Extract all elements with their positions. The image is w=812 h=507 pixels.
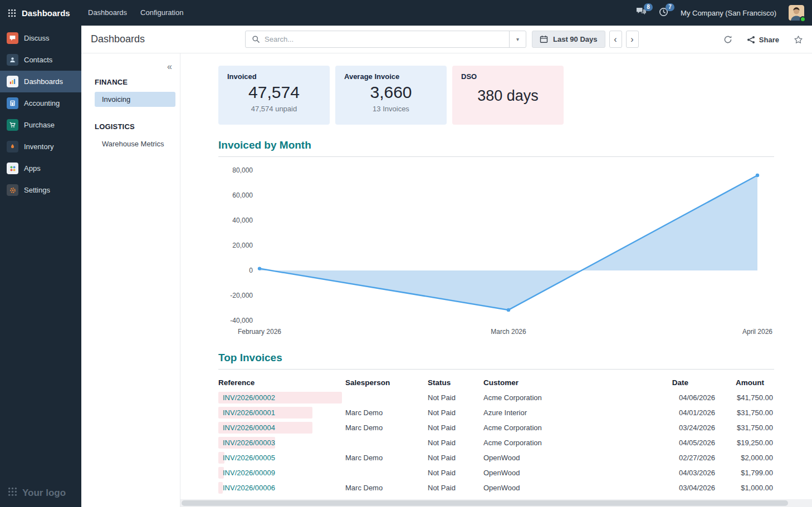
sidebar-item-purchase[interactable]: Purchase bbox=[0, 114, 81, 136]
salesperson-cell: Marc Demo bbox=[345, 405, 428, 420]
column-header-amount[interactable]: Amount bbox=[715, 374, 774, 390]
collapse-panel-icon[interactable]: « bbox=[167, 62, 172, 71]
invoice-row[interactable]: INV/2026/00003Not PaidAcme Corporation04… bbox=[218, 435, 774, 450]
sidebar-item-label: Accounting bbox=[24, 99, 60, 107]
date-cell: 02/27/2026 bbox=[628, 450, 715, 465]
invoice-reference-link[interactable]: INV/2026/00009 bbox=[223, 469, 275, 477]
settings-app-icon bbox=[7, 184, 18, 196]
date-filter-button[interactable]: Last 90 Days bbox=[532, 31, 605, 48]
app-title: Dashboards bbox=[22, 8, 70, 18]
customer-cell: Acme Corporation bbox=[483, 390, 628, 405]
sidebar-item-label: Apps bbox=[24, 164, 41, 173]
share-button[interactable]: Share bbox=[747, 36, 779, 44]
svg-text:0: 0 bbox=[249, 267, 253, 274]
scrollbar-thumb[interactable] bbox=[182, 500, 788, 506]
invoice-row[interactable]: INV/2026/00001Marc DemoNot PaidAzure Int… bbox=[218, 405, 774, 420]
favorite-star-icon[interactable] bbox=[794, 35, 803, 45]
horizontal-scrollbar[interactable] bbox=[180, 499, 812, 507]
sidebar-item-label: Dashboards bbox=[24, 77, 63, 86]
kpi-value: 380 days bbox=[452, 87, 564, 105]
salesperson-cell: Marc Demo bbox=[345, 420, 428, 435]
date-filter-label: Last 90 Days bbox=[553, 35, 598, 43]
invoice-row[interactable]: INV/2026/00009Not PaidOpenWood04/03/2026… bbox=[218, 465, 774, 480]
dashboard-nav-panel: « FINANCE Invoicing LOGISTICS Warehouse … bbox=[81, 53, 180, 507]
amount-heat-bar: INV/2026/00005 bbox=[218, 452, 224, 464]
invoice-reference-link[interactable]: INV/2026/00004 bbox=[223, 424, 275, 432]
invoice-reference-link[interactable]: INV/2026/00005 bbox=[223, 454, 275, 462]
svg-text:March 2026: March 2026 bbox=[491, 328, 526, 336]
reference-cell: INV/2026/00006 bbox=[218, 480, 345, 495]
apps-grid-icon bbox=[8, 9, 16, 17]
amount-cell: $31,750.00 bbox=[715, 420, 774, 435]
nav-section-title: FINANCE bbox=[95, 78, 180, 86]
column-header-reference[interactable]: Reference bbox=[218, 374, 345, 390]
discuss-app-icon bbox=[7, 32, 18, 44]
invoice-reference-link[interactable]: INV/2026/00006 bbox=[223, 484, 275, 492]
nav-item-invoicing[interactable]: Invoicing bbox=[95, 92, 175, 107]
invoice-row[interactable]: INV/2026/00004Marc DemoNot PaidAcme Corp… bbox=[218, 420, 774, 435]
salesperson-cell bbox=[345, 435, 428, 450]
invoice-reference-link[interactable]: INV/2026/00003 bbox=[223, 439, 275, 447]
invoiced-by-month-chart: 80,00060,00040,00020,0000-20,000-40,000F… bbox=[218, 160, 774, 337]
next-period-button[interactable]: › bbox=[626, 31, 639, 48]
company-name[interactable]: My Company (San Francisco) bbox=[681, 9, 776, 17]
user-avatar[interactable] bbox=[789, 5, 804, 21]
sidebar-item-dashboards[interactable]: Dashboards bbox=[0, 71, 81, 92]
column-header-date[interactable]: Date bbox=[628, 374, 715, 390]
kpi-value: 3,660 bbox=[335, 83, 447, 102]
logo-text: Your logo bbox=[22, 488, 66, 499]
menu-item-dashboards[interactable]: Dashboards bbox=[81, 0, 134, 26]
invoice-row[interactable]: INV/2026/00002Not PaidAcme Corporation04… bbox=[218, 390, 774, 405]
menu-item-configuration[interactable]: Configuration bbox=[134, 0, 190, 26]
status-cell: Not Paid bbox=[428, 480, 483, 495]
messages-badge: 8 bbox=[644, 3, 653, 11]
amount-cell: $31,750.00 bbox=[715, 405, 774, 420]
kpi-card-invoiced: Invoiced47,57447,574 unpaid bbox=[218, 66, 330, 125]
status-cell: Not Paid bbox=[428, 465, 483, 480]
invoice-row[interactable]: INV/2026/00005Marc DemoNot PaidOpenWood0… bbox=[218, 450, 774, 465]
status-cell: Not Paid bbox=[428, 450, 483, 465]
amount-heat-bar: INV/2026/00001 bbox=[218, 407, 312, 419]
sidebar-item-settings[interactable]: Settings bbox=[0, 179, 81, 201]
activities-badge: 7 bbox=[666, 3, 674, 11]
top-navbar: Dashboards Dashboards Configuration 8 7 … bbox=[0, 0, 812, 26]
kpi-row: Invoiced47,57447,574 unpaidAverage Invoi… bbox=[218, 66, 774, 125]
activities-button[interactable]: 7 bbox=[659, 7, 668, 19]
previous-period-button[interactable]: ‹ bbox=[609, 31, 622, 48]
apps-app-icon bbox=[7, 163, 18, 174]
customer-cell: Acme Corporation bbox=[483, 420, 628, 435]
sidebar-item-label: Purchase bbox=[24, 121, 55, 129]
invoice-reference-link[interactable]: INV/2026/00002 bbox=[223, 393, 275, 402]
search-input[interactable] bbox=[265, 35, 509, 43]
column-header-salesperson[interactable]: Salesperson bbox=[345, 374, 428, 390]
breadcrumb[interactable]: Dashboards bbox=[91, 33, 145, 45]
reference-cell: INV/2026/00001 bbox=[218, 405, 345, 420]
amount-heat-bar: INV/2026/00004 bbox=[218, 422, 312, 434]
invoice-row[interactable]: INV/2026/00006Marc DemoNot PaidOpenWood0… bbox=[218, 480, 774, 495]
amount-cell: $41,750.00 bbox=[715, 390, 774, 405]
sidebar-item-inventory[interactable]: Inventory bbox=[0, 136, 81, 157]
kpi-subtext: 47,574 unpaid bbox=[218, 105, 330, 113]
nav-item-warehouse-metrics[interactable]: Warehouse Metrics bbox=[95, 136, 175, 151]
column-header-customer[interactable]: Customer bbox=[483, 374, 628, 390]
kpi-label: Average Invoice bbox=[335, 66, 447, 81]
sidebar-item-apps[interactable]: Apps bbox=[0, 157, 81, 179]
online-status-dot bbox=[800, 16, 806, 22]
messages-button[interactable]: 8 bbox=[636, 7, 647, 18]
sidebar-item-contacts[interactable]: Contacts bbox=[0, 49, 81, 71]
table-header-row: ReferenceSalespersonStatusCustomerDateAm… bbox=[218, 374, 774, 390]
accounting-app-icon bbox=[7, 97, 18, 109]
search-dropdown-toggle[interactable]: ▾ bbox=[509, 31, 526, 47]
sidebar-item-accounting[interactable]: Accounting bbox=[0, 92, 81, 114]
search-bar: ▾ bbox=[245, 31, 526, 48]
salesperson-cell: Marc Demo bbox=[345, 450, 428, 465]
purchase-app-icon bbox=[7, 119, 18, 131]
refresh-button[interactable] bbox=[723, 35, 732, 44]
invoice-reference-link[interactable]: INV/2026/00001 bbox=[223, 408, 275, 417]
salesperson-cell bbox=[345, 390, 428, 405]
amount-cell: $19,250.00 bbox=[715, 435, 774, 450]
svg-text:60,000: 60,000 bbox=[232, 191, 253, 199]
column-header-status[interactable]: Status bbox=[428, 374, 483, 390]
apps-menu-button[interactable]: Dashboards bbox=[0, 8, 81, 18]
sidebar-item-discuss[interactable]: Discuss bbox=[0, 27, 81, 49]
